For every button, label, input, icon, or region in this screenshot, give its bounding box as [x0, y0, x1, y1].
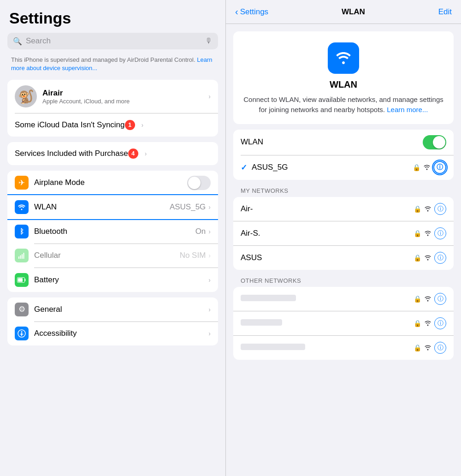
page-title: Settings	[7, 9, 218, 27]
bluetooth-content: Bluetooth	[34, 227, 190, 236]
airplane-mode-content: Airplane Mode	[34, 178, 182, 187]
wlan-toggle[interactable]	[423, 135, 446, 149]
badge-4: 4	[128, 149, 138, 159]
wlan-panel: ‹ Settings WLAN Edit WLAN Connect to WLA…	[226, 0, 461, 476]
lock-icon: 🔒	[414, 230, 421, 237]
network-row-air[interactable]: Air- 🔒 ⓘ	[233, 197, 454, 221]
services-row[interactable]: Services Included with Purchase 4 ›	[7, 142, 218, 165]
asus5g-info-button[interactable]: ⓘ	[433, 161, 446, 174]
placeholder-bar	[241, 319, 282, 326]
other-network-row-2[interactable]: 🔒 ⓘ	[233, 311, 454, 336]
wlan-row[interactable]: WLAN ASUS_5G ›	[7, 195, 218, 219]
account-row[interactable]: 🐒 Airair Apple Account, iCloud, and more…	[7, 80, 218, 113]
airplane-mode-label: Airplane Mode	[34, 178, 85, 187]
accessibility-row[interactable]: Accessibility ›	[7, 321, 218, 345]
network-row-airs[interactable]: Air-S. 🔒 ⓘ	[233, 221, 454, 246]
general-label: General	[34, 305, 62, 314]
other-network-row-3[interactable]: 🔒 ⓘ	[233, 336, 454, 360]
cellular-icon	[15, 249, 29, 262]
badge-1: 1	[125, 120, 135, 130]
battery-content: Battery	[34, 275, 203, 285]
account-subtitle: Apple Account, iCloud, and more	[42, 98, 203, 105]
wifi-icon	[424, 206, 431, 212]
lock-icon: 🔒	[414, 344, 421, 351]
lock-icon: 🔒	[414, 320, 421, 327]
chevron-right-icon: ›	[145, 150, 147, 157]
search-bar[interactable]: 🔍 🎙	[7, 33, 218, 49]
edit-button[interactable]: Edit	[438, 7, 452, 17]
wlan-toggle-row[interactable]: WLAN	[233, 130, 454, 155]
connected-network-row[interactable]: ✓ ASUS_5G 🔒 ⓘ	[233, 155, 454, 180]
wlan-info-title: WLAN	[242, 79, 444, 90]
airplane-mode-icon: ✈	[15, 176, 29, 190]
other-network-placeholder	[241, 319, 409, 328]
wifi-icon	[424, 231, 431, 236]
airplane-mode-toggle[interactable]	[187, 176, 211, 190]
other-network-placeholder	[241, 343, 409, 352]
cellular-row[interactable]: Cellular No SIM ›	[7, 244, 218, 268]
wlan-content: WLAN	[34, 202, 164, 212]
svg-rect-3	[24, 253, 24, 259]
airs-info-button[interactable]: ⓘ	[434, 227, 446, 239]
wlan-toggle-label: WLAN	[241, 137, 423, 147]
placeholder-bar	[241, 344, 305, 350]
other3-info-button[interactable]: ⓘ	[434, 342, 446, 354]
chevron-right-icon: ›	[142, 121, 144, 129]
air-info-button[interactable]: ⓘ	[434, 203, 446, 215]
airplane-mode-row[interactable]: ✈ Airplane Mode	[7, 171, 218, 195]
chevron-right-icon: ›	[208, 228, 211, 235]
placeholder-bar	[241, 295, 296, 301]
wlan-icon	[15, 200, 29, 214]
chevron-right-icon: ›	[208, 252, 211, 259]
icloud-sync-row[interactable]: Some iCloud Data Isn't Syncing 1 ›	[7, 113, 218, 137]
microphone-icon: 🎙	[205, 37, 213, 45]
network-icons: 🔒 ⓘ	[414, 252, 446, 264]
accessibility-icon	[15, 327, 29, 340]
icloud-label: Some iCloud Data Isn't Syncing	[15, 120, 125, 130]
wlan-page-title: WLAN	[268, 7, 438, 17]
other1-info-button[interactable]: ⓘ	[434, 293, 446, 305]
my-networks-header: MY NETWORKS	[226, 180, 461, 197]
bluetooth-icon: ᛒ	[15, 225, 29, 238]
learn-more-link[interactable]: Learn more...	[387, 106, 428, 113]
back-button[interactable]: ‹ Settings	[235, 6, 268, 17]
battery-icon	[15, 273, 29, 287]
account-name: Airair	[42, 89, 203, 98]
accessibility-content: Accessibility	[34, 329, 203, 338]
accessibility-label: Accessibility	[34, 329, 77, 338]
checkmark-icon: ✓	[241, 163, 247, 173]
chevron-right-icon: ›	[208, 203, 211, 211]
chevron-right-icon: ›	[208, 330, 211, 337]
other-network-placeholder	[241, 294, 409, 303]
other-network-row-1[interactable]: 🔒 ⓘ	[233, 287, 454, 311]
asus-info-button[interactable]: ⓘ	[434, 252, 446, 264]
network-name: Air-	[241, 204, 409, 214]
bluetooth-row[interactable]: ᛒ Bluetooth On ›	[7, 220, 218, 244]
wifi-icon	[424, 255, 431, 261]
wlan-label: WLAN	[34, 202, 57, 211]
network-icons: 🔒 ⓘ	[414, 317, 446, 329]
supervision-notice: This iPhone is supervised and managed by…	[7, 56, 218, 72]
settings-panel: Settings 🔍 🎙 This iPhone is supervised a…	[0, 0, 226, 476]
other-networks-header: OTHER NETWORKS	[226, 270, 461, 287]
wifi-signal-icon	[423, 165, 431, 170]
battery-row[interactable]: Battery ›	[7, 268, 218, 292]
cellular-label: Cellular	[34, 251, 61, 260]
services-label: Services Included with Purchase	[15, 149, 128, 158]
battery-label: Battery	[34, 275, 59, 284]
cellular-content: Cellular	[34, 251, 174, 260]
account-info: Airair Apple Account, iCloud, and more	[42, 89, 203, 105]
wlan-feature-icon	[328, 42, 359, 74]
network-icons: 🔒 ⓘ	[414, 342, 446, 354]
other2-info-button[interactable]: ⓘ	[434, 317, 446, 329]
other-networks-card: 🔒 ⓘ 🔒 ⓘ	[233, 287, 454, 360]
wlan-info-card: WLAN Connect to WLAN, view available net…	[233, 31, 454, 124]
chevron-right-icon: ›	[208, 306, 211, 313]
general-content: General	[34, 305, 203, 314]
general-row[interactable]: ⚙ General ›	[7, 298, 218, 321]
search-input[interactable]	[26, 36, 201, 46]
network-icons: 🔒 ⓘ	[414, 203, 446, 215]
wlan-header: ‹ Settings WLAN Edit	[226, 0, 461, 24]
network-row-asus[interactable]: ASUS 🔒 ⓘ	[233, 246, 454, 270]
lock-icon: 🔒	[414, 295, 421, 303]
